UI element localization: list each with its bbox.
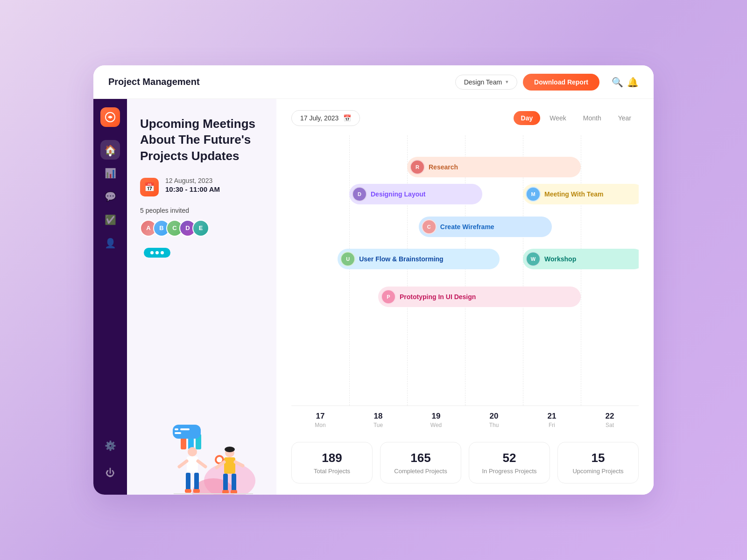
stat-inprogress-label: In Progress Projects: [482, 468, 536, 475]
stat-completed-label: Completed Projects: [394, 468, 447, 475]
svg-rect-8: [180, 428, 190, 430]
stat-total: 189 Total Projects: [291, 442, 373, 483]
day-label: 19 Wed: [407, 406, 465, 434]
stat-upcoming-num: 15: [592, 451, 605, 465]
day-label: 20 Thu: [465, 406, 523, 434]
notification-button[interactable]: 🔔: [627, 77, 639, 88]
day-label: 18 Tue: [349, 406, 407, 434]
svg-rect-23: [232, 474, 236, 492]
stat-upcoming: 15 Upcoming Projects: [557, 442, 639, 483]
stat-inprogress-num: 52: [503, 451, 516, 465]
gantt-col-2: [349, 135, 407, 406]
date-text-block: 12 August, 2023 10:30 - 11:00 AM: [165, 177, 220, 193]
tab-month[interactable]: Month: [576, 111, 609, 125]
chat-bubble: [144, 248, 170, 258]
gantt-col-6: [581, 135, 639, 406]
right-panel: 17 July, 2023 📅 Day Week Month Year: [276, 99, 654, 495]
body-row: 🏠 📊 💬 ✅ 👤 ⚙️ ⏻ Upcoming Meetings About T…: [93, 99, 654, 495]
tab-week[interactable]: Week: [542, 111, 574, 125]
day-labels: 17 Mon 18 Tue 19 Wed 20 Thu: [291, 406, 639, 434]
day-label: 21 Fri: [523, 406, 581, 434]
calendar-icon: 📅: [140, 178, 159, 196]
gantt-col-5: [523, 135, 581, 406]
tab-day[interactable]: Day: [514, 111, 541, 125]
calendar-icon: 📅: [343, 114, 351, 122]
day-label: 17 Mon: [291, 406, 349, 434]
sidebar-item-home[interactable]: 🏠: [100, 140, 120, 160]
sidebar-item-power[interactable]: ⏻: [100, 463, 120, 483]
download-report-button[interactable]: Download Report: [523, 74, 599, 91]
svg-rect-9: [175, 432, 181, 434]
sidebar-item-chat[interactable]: 💬: [100, 187, 120, 206]
svg-point-28: [225, 447, 235, 452]
meeting-date-row: 📅 12 August, 2023 10:30 - 11:00 AM: [140, 177, 263, 196]
current-date: 17 July, 2023: [300, 114, 338, 122]
sidebar: 🏠 📊 💬 ✅ 👤 ⚙️ ⏻: [93, 99, 127, 495]
date-pill[interactable]: 17 July, 2023 📅: [291, 110, 360, 126]
gantt-area: RResearchDDesigning LayoutMMeeting With …: [291, 135, 639, 434]
logo: [100, 107, 120, 127]
search-button[interactable]: 🔍: [612, 77, 623, 88]
sidebar-item-person[interactable]: 👤: [100, 233, 120, 253]
chevron-down-icon: ▾: [506, 79, 508, 85]
stat-total-num: 189: [322, 451, 342, 465]
sidebar-item-settings[interactable]: ⚙️: [100, 436, 120, 455]
team-dropdown-label: Design Team: [464, 78, 502, 86]
avatars-row: A B C D E: [140, 220, 263, 237]
avatar: E: [192, 220, 209, 237]
svg-rect-16: [185, 489, 191, 493]
day-label: 22 Sat: [581, 406, 639, 434]
svg-line-19: [198, 461, 205, 467]
tab-year[interactable]: Year: [611, 111, 639, 125]
svg-rect-7: [175, 428, 178, 430]
meeting-date: 12 August, 2023: [165, 177, 220, 184]
invited-label: 5 peoples invited: [140, 207, 263, 214]
svg-rect-21: [224, 457, 235, 474]
svg-rect-17: [193, 489, 200, 493]
svg-point-12: [188, 447, 197, 456]
stat-upcoming-label: Upcoming Projects: [572, 468, 623, 475]
gantt-col-1: [291, 135, 349, 406]
stat-inprogress: 52 In Progress Projects: [469, 442, 550, 483]
meeting-time: 10:30 - 11:00 AM: [165, 185, 220, 193]
gantt-grid: [291, 135, 639, 406]
svg-line-18: [179, 461, 187, 467]
topbar: Project Management Design Team ▾ Downloa…: [93, 65, 654, 99]
illustration-area: [140, 261, 263, 495]
stat-completed-num: 165: [410, 451, 430, 465]
calendar-header: 17 July, 2023 📅 Day Week Month Year: [291, 110, 639, 126]
svg-rect-25: [231, 490, 237, 494]
left-panel: Upcoming Meetings About The Future's Pro…: [127, 99, 276, 495]
svg-rect-15: [194, 473, 199, 491]
svg-rect-6: [173, 425, 201, 439]
svg-rect-14: [186, 473, 190, 491]
stats-row: 189 Total Projects 165 Completed Project…: [291, 434, 639, 495]
gantt-col-3: [407, 135, 465, 406]
sidebar-bottom: ⚙️ ⏻: [100, 436, 120, 486]
meeting-heading: Upcoming Meetings About The Future's Pro…: [140, 116, 263, 164]
svg-rect-22: [223, 474, 228, 492]
page-title: Project Management: [108, 77, 455, 87]
main-card: Project Management Design Team ▾ Downloa…: [93, 65, 654, 495]
team-dropdown[interactable]: Design Team ▾: [455, 75, 517, 90]
svg-rect-13: [187, 456, 198, 473]
gantt-col-4: [465, 135, 523, 406]
svg-rect-24: [222, 490, 229, 494]
illustration: [146, 411, 258, 495]
sidebar-item-task[interactable]: ✅: [100, 210, 120, 230]
view-tabs: Day Week Month Year: [514, 111, 639, 125]
stat-total-label: Total Projects: [314, 468, 350, 475]
svg-point-11: [217, 457, 222, 462]
sidebar-item-chart[interactable]: 📊: [100, 163, 120, 183]
stat-completed: 165 Completed Projects: [380, 442, 461, 483]
